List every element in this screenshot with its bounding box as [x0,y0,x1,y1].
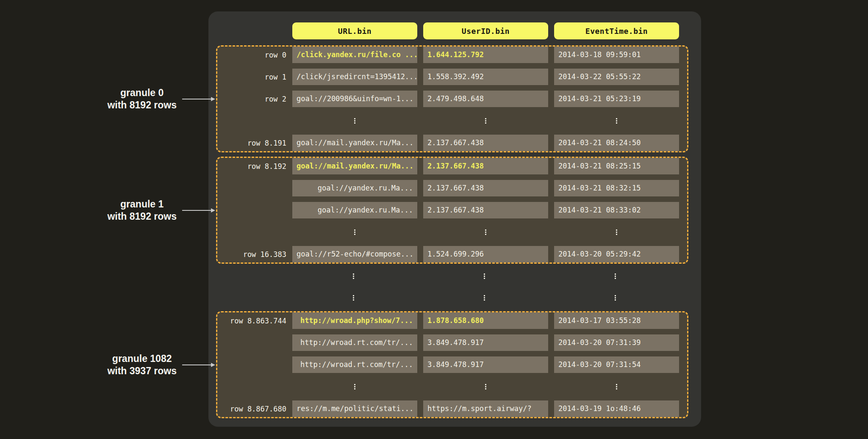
granule-box: row 8.863.744http://wroad.php?show/7...1… [216,311,688,418]
ellipsis-dot [484,297,485,298]
ellipsis-cell [291,268,416,284]
ellipsis-dot [485,386,486,387]
userid-cell: 3.849.478.917 [423,356,548,373]
column-header-eventtime-bin: EventTime.bin [554,22,679,39]
vertical-ellipsis-icon [354,229,355,235]
granule-label-line2: with 8192 rows [107,99,177,111]
vertical-ellipsis-icon [616,118,617,124]
ellipsis-dot [485,384,486,385]
arrow-right-icon [182,362,215,368]
ellipsis-dot [485,232,486,233]
ellipsis-cell [423,224,548,240]
ellipsis-dot [484,276,485,277]
userid-cell: 2.137.667.438 [423,135,548,151]
ellipsis-dot [485,120,486,121]
granule-label-text: granule 1082with 3937 rows [107,353,177,377]
ellipsis-cell [553,290,678,306]
ellipsis-row [217,113,687,129]
vertical-ellipsis-icon [353,273,354,279]
ellipsis-dot [485,388,486,389]
granule-label-line2: with 8192 rows [107,210,177,223]
ellipsis-cell [292,224,417,240]
vertical-ellipsis-icon [354,384,355,389]
ellipsis-row [217,224,687,240]
ellipsis-cell [292,113,417,129]
ellipsis-cell [291,290,416,306]
ellipsis-dot [354,234,355,235]
ellipsis-cell [554,224,679,240]
granule-label-line2: with 3937 rows [107,365,177,377]
userid-cell: 2.137.667.438 [423,158,548,174]
ellipsis-dot [354,386,355,387]
ellipsis-dot [484,273,485,275]
granule-label-line1: granule 0 [107,87,177,99]
ellipsis-dot [485,118,486,119]
eventtime-cell: 2014-03-21 05:23:19 [554,91,679,107]
clickhouse-granules-diagram: { "colors": { "page_bg": "#201f1a", "pan… [0,0,868,439]
vertical-ellipsis-icon [616,384,617,389]
ellipsis-cell [554,113,679,129]
vertical-ellipsis-icon [485,118,486,124]
granule-label-line1: granule 1 [107,198,177,210]
granule-label: granule 0with 8192 rows [0,87,216,111]
column-headers: URL.bin UserID.bin EventTime.bin [292,22,701,39]
ellipsis-dot [353,295,354,296]
ellipsis-dot [616,388,617,389]
ellipsis-dot [354,122,355,124]
ellipsis-row [216,268,688,284]
vertical-ellipsis-icon [616,229,617,235]
eventtime-cell: 2014-03-18 09:59:01 [554,47,679,63]
vertical-ellipsis-icon [615,295,616,301]
url-cell: http://wroad.rt.com/tr/... [292,334,417,351]
ellipsis-dot [353,278,354,279]
ellipsis-dot [354,384,355,385]
ellipsis-dot [354,229,355,231]
ellipsis-dot [616,120,617,121]
ellipsis-row [217,378,687,395]
ellipsis-dot [353,276,354,277]
eventtime-cell: 2014-03-20 05:29:42 [554,246,679,262]
table-row: row 16.383goal://r52-echo/#compose...1.5… [217,246,687,262]
vertical-ellipsis-icon [484,273,485,279]
userid-cell: 1.644.125.792 [423,47,548,63]
eventtime-cell: 2014-03-22 05:55:22 [554,69,679,85]
row-index-label: row 8.192 [217,162,286,171]
eventtime-cell: 2014-03-19 1o:48:46 [554,400,679,417]
granules-container: row 0/click.yandex.ru/file.co ...1.644.1… [216,45,701,418]
ellipsis-cell [422,268,547,284]
table-row: row 0/click.yandex.ru/file.co ...1.644.1… [217,47,687,63]
vertical-ellipsis-icon [485,384,486,389]
ellipsis-cell [423,378,548,395]
ellipsis-dot [354,388,355,389]
table-row: row 8.863.744http://wroad.php?show/7...1… [217,312,687,329]
row-index-label: row 1 [217,73,286,81]
eventtime-cell: 2014-03-21 08:24:50 [554,135,679,151]
table-row: http://wroad.rt.com/tr/...3.849.478.9172… [217,334,687,351]
ellipsis-dot [485,122,486,124]
ellipsis-dot [484,299,485,301]
ellipsis-dot [485,234,486,235]
ellipsis-dot [616,384,617,385]
ellipsis-dot [616,234,617,235]
userid-cell: 2.479.498.648 [423,91,548,107]
url-cell: goal://yandex.ru.Ma... [292,202,417,218]
table-row: goal://yandex.ru.Ma...2.137.667.4382014-… [217,180,687,196]
ellipsis-dot [616,386,617,387]
url-cell: goal://mail.yandex.ru/Ma... [292,158,417,174]
ellipsis-dot [484,295,485,296]
vertical-ellipsis-icon [354,118,355,124]
arrow-right-icon [182,96,215,102]
ellipsis-dot [616,122,617,124]
ellipsis-dot [615,297,616,298]
userid-cell: 3.849.478.917 [423,334,548,351]
ellipsis-cell [423,113,548,129]
ellipsis-dot [354,120,355,121]
userid-cell: 1.524.699.296 [423,246,548,262]
ellipsis-dot [616,118,617,119]
granule-label: granule 1with 8192 rows [0,198,216,223]
table-row: row 1/click/jsredircnt=1395412...1.558.3… [217,69,687,85]
eventtime-cell: 2014-03-17 03:55:28 [554,312,679,329]
userid-cell: 1.878.658.680 [423,312,548,329]
url-cell: goal://r52-echo/#compose... [292,246,417,262]
ellipsis-cell [292,378,417,395]
